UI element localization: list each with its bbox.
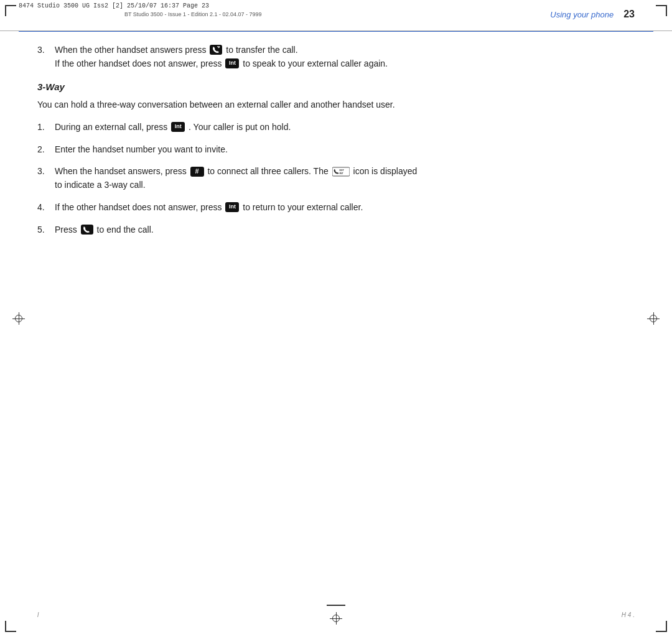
header-edition-info: BT Studio 3500 - Issue 1 - Edition 2.1 -… <box>124 11 261 17</box>
step1-before: During an external call, press <box>55 122 167 132</box>
step3-end: to speak to your external caller again. <box>243 58 388 68</box>
list-item-4: 4. If the other handset does not answer,… <box>37 201 423 215</box>
list-number: 3. <box>37 44 55 70</box>
section-intro: You can hold a three-way conversation be… <box>37 98 423 112</box>
list-item-5: 5. Press to end the call. <box>37 223 423 237</box>
page-number: 23 <box>623 9 635 20</box>
step3b-before: When the handset answers, press <box>55 166 187 176</box>
list-text-5: Press to end the call. <box>55 223 154 237</box>
header-rule <box>19 31 653 32</box>
step5-before: Press <box>55 225 77 235</box>
list-item-2: 2. Enter the handset number you want to … <box>37 143 423 157</box>
ext-int-icon: EXT INT <box>332 167 350 177</box>
header-right: Using your phone 23 <box>550 9 635 20</box>
step4-before: If the other handset does not answer, pr… <box>55 202 222 212</box>
phone-transfer-icon <box>210 45 222 55</box>
list-number-2: 2. <box>37 143 55 157</box>
step3-cont: If the other handset does not answer, pr… <box>55 58 222 68</box>
list-text-1: During an external call, press Int . You… <box>55 121 291 134</box>
list-text: When the other handset answers press to … <box>55 44 388 70</box>
list-number-3: 3. <box>37 165 55 192</box>
section-heading-3way: 3-Way <box>37 81 423 92</box>
reg-mark-left <box>12 312 25 325</box>
corner-mark-bl <box>5 621 16 632</box>
corner-mark-br <box>656 621 667 632</box>
list-number-1: 1. <box>37 121 55 134</box>
list-text-4: If the other handset does not answer, pr… <box>55 201 363 215</box>
int-icon-step1: Int <box>171 122 185 132</box>
list-number-5: 5. <box>37 223 55 237</box>
list-number-4: 4. <box>37 201 55 215</box>
phone-end-icon <box>81 225 93 235</box>
page-footer: l H 4 . <box>37 611 635 618</box>
step3-text-before: When the other handset answers press <box>55 45 207 55</box>
step3-text-mid: to transfer the call. <box>226 45 297 55</box>
reg-mark-right <box>647 312 660 325</box>
footer-right: H 4 . <box>622 611 635 618</box>
svg-text:INT: INT <box>339 171 343 174</box>
int-icon-step4: Int <box>225 202 239 212</box>
list-item-3-top: 3. When the other handset answers press … <box>37 44 423 70</box>
header-print-info: 8474 Studio 3500 UG Iss2 [2] 25/10/07 16… <box>19 2 209 9</box>
bottom-reg-line <box>327 605 345 606</box>
step4-after: to return to your external caller. <box>243 202 363 212</box>
footer-left: l <box>37 611 39 618</box>
main-content: 3. When the other handset answers press … <box>37 44 423 600</box>
list-item-1: 1. During an external call, press Int . … <box>37 121 423 134</box>
step1-after: . Your caller is put on hold. <box>189 122 291 132</box>
page-header: 8474 Studio 3500 UG Iss2 [2] 25/10/07 16… <box>0 0 672 31</box>
list-item-3: 3. When the handset answers, press # to … <box>37 165 423 192</box>
list-text-2: Enter the handset number you want to inv… <box>55 143 228 157</box>
step3b-mid: to connect all three callers. The <box>207 166 328 176</box>
section-title: Using your phone <box>550 10 614 19</box>
step5-after: to end the call. <box>97 225 154 235</box>
int-button-icon: Int <box>225 58 239 68</box>
list-text-3: When the handset answers, press # to con… <box>55 165 423 192</box>
hash-icon-step3: # <box>190 167 204 177</box>
